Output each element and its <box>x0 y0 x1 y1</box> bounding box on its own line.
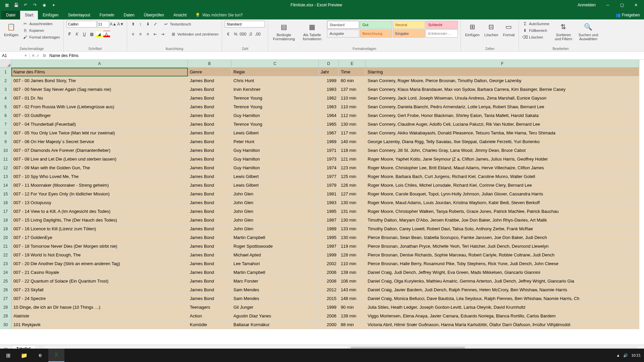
data-cell[interactable]: James Bond <box>188 155 231 164</box>
spreadsheet-grid[interactable]: ABCDEF1Name des FilmsGenreRegieJahrTimeS… <box>0 60 644 345</box>
row-header[interactable]: 10 <box>0 146 11 155</box>
data-cell[interactable]: Agustin Diaz Yanes <box>231 312 319 320</box>
delete-cells-button[interactable]: ⊟Löschen <box>483 21 500 38</box>
style-ausgabe[interactable]: Ausgabe <box>327 29 359 38</box>
data-cell[interactable]: Sam Mendes <box>231 286 319 294</box>
data-cell[interactable]: Daniel Craig, Olga Kurylenko, Mathieu Am… <box>366 277 639 286</box>
data-cell[interactable]: 2000 <box>319 320 339 329</box>
increase-font-icon[interactable]: A▲ <box>110 21 117 27</box>
data-cell[interactable]: 110 min <box>339 259 366 268</box>
data-cell[interactable]: James Bond <box>188 137 231 146</box>
data-cell[interactable]: 110 min <box>339 94 366 103</box>
data-cell[interactable]: Terence Young <box>231 120 319 129</box>
data-cell[interactable]: Michael Apted <box>231 251 319 259</box>
conditional-formatting-button[interactable]: ▤Bedingte Formatierung <box>271 21 297 42</box>
row-header[interactable]: 28 <box>0 303 11 312</box>
row-header[interactable]: 3 <box>0 85 11 94</box>
data-cell[interactable]: Julia Stiles, Heath Ledger, Joseph Gordo… <box>366 303 639 312</box>
data-cell[interactable]: 007 - 15 Living Daylights, The (Der Hauc… <box>11 216 188 225</box>
data-cell[interactable]: 90 min <box>339 303 366 312</box>
data-cell[interactable]: Roger Moore, Yaphet Kotto, Jane Seymour … <box>366 155 639 164</box>
data-cell[interactable]: 1965 <box>319 120 339 129</box>
data-cell[interactable]: James Bond <box>188 225 231 233</box>
row-header[interactable]: 24 <box>0 268 11 277</box>
font-size-select[interactable] <box>97 21 109 27</box>
data-cell[interactable]: John Glen <box>231 225 319 233</box>
italic-button[interactable]: K <box>74 31 80 38</box>
align-left-icon[interactable]: ≡ <box>130 31 137 38</box>
align-center-icon[interactable]: ≡ <box>137 31 144 38</box>
data-cell[interactable]: 007 - 16 Licence to Kill (Lizenz zum Töt… <box>11 225 188 233</box>
cell-styles-gallery[interactable]: Standard Gut Neutral Schlecht Ausgabe Be… <box>327 21 458 38</box>
data-cell[interactable]: Sean Connery, Roger Moore, Pierce Brosna… <box>366 76 639 85</box>
data-cell[interactable]: James Bond <box>188 294 231 303</box>
data-cell[interactable]: 007 - 21 Casino Royale <box>11 268 188 277</box>
save-icon[interactable]: 💾 <box>12 1 20 9</box>
data-cell[interactable]: James Bond <box>188 268 231 277</box>
data-cell[interactable]: Martin Campbell <box>231 268 319 277</box>
data-cell[interactable]: Pierce Brosnan, Jonathan Pryce, Michelle… <box>366 242 639 251</box>
data-cell[interactable]: James Bond <box>188 233 231 242</box>
data-cell[interactable]: 007 - 17 GoldenEye <box>11 233 188 242</box>
find-select-button[interactable]: 🔍Suchen und Auswählen <box>577 21 600 42</box>
data-cell[interactable]: 1977 <box>319 172 339 181</box>
data-cell[interactable]: Roger Moore, Maud Adams, Louis Jourdan, … <box>366 198 639 207</box>
data-cell[interactable]: James Bond <box>188 94 231 103</box>
data-cell[interactable]: Baltasar Kormákur <box>231 320 319 329</box>
data-cell[interactable]: 007 - 09 Man with the Golden Gun, The <box>11 164 188 172</box>
row-header[interactable]: 5 <box>0 103 11 111</box>
data-cell[interactable]: 139 min <box>339 268 366 277</box>
column-header[interactable]: B <box>188 60 231 68</box>
data-cell[interactable]: George Lazenby, Diana Rigg, Telly Savala… <box>366 137 639 146</box>
maximize-button[interactable]: ▢ <box>615 0 629 10</box>
data-cell[interactable]: 007 - 10 Spy Who Loved Me, The <box>11 172 188 181</box>
tab-view[interactable]: Ansicht <box>169 11 191 19</box>
data-cell[interactable]: 1971 <box>319 146 339 155</box>
data-cell[interactable]: 139 min <box>339 312 366 320</box>
data-cell[interactable]: 1999 <box>319 76 339 85</box>
tab-review[interactable]: Überprüfen <box>139 11 169 19</box>
data-cell[interactable]: 131 min <box>339 207 366 216</box>
style-erklar[interactable]: Erklärender … <box>426 29 458 38</box>
data-cell[interactable]: Sean Connery, Jack Lord, Joseph Wiseman,… <box>366 94 639 103</box>
data-cell[interactable]: Peter Hunt <box>231 137 319 146</box>
style-standard[interactable]: Standard <box>327 21 359 29</box>
close-button[interactable]: ✕ <box>629 0 643 10</box>
merge-button[interactable]: ⊞Verbinden und zentrieren <box>170 31 219 37</box>
data-cell[interactable]: Roger Moore, Carole Bouquet, Topol, Lynn… <box>366 190 639 198</box>
data-cell[interactable]: 2002 <box>319 259 339 268</box>
tell-me-search[interactable]: 💡 Was möchten Sie tun? <box>191 11 247 19</box>
data-cell[interactable]: 1997 <box>319 242 339 251</box>
row-header[interactable]: 6 <box>0 111 11 120</box>
data-cell[interactable]: 007 - 14 View to a Kill, A (Im Angesicht… <box>11 207 188 216</box>
task-explorer-icon[interactable]: 📁 <box>16 349 32 362</box>
data-cell[interactable]: John Glen <box>231 216 319 225</box>
data-cell[interactable]: Timothy Dalton, Maryam D'Abo, Jeroen Kra… <box>366 216 639 225</box>
row-header[interactable]: 4 <box>0 94 11 103</box>
indent-dec-icon[interactable]: ⇤ <box>152 31 159 38</box>
row-header[interactable]: 9 <box>0 137 11 146</box>
row-header[interactable]: 17 <box>0 207 11 216</box>
data-cell[interactable]: Roger Moore, Christopher Walken, Tanya R… <box>366 207 639 216</box>
data-cell[interactable]: 007 - 24 Spectre <box>11 294 188 303</box>
data-cell[interactable]: 007 - 22 Quantum of Solace (Ein Quantum … <box>11 277 188 286</box>
tray-clock[interactable]: 10:21 <box>631 353 641 357</box>
data-cell[interactable]: 101 Reykjavik <box>11 320 188 329</box>
data-cell[interactable]: Roger Moore, Barbara Bach, Curt Jurgens,… <box>366 172 639 181</box>
header-cell[interactable]: Starring <box>366 68 639 76</box>
data-cell[interactable]: James Bond <box>188 207 231 216</box>
minimize-button[interactable]: ─ <box>601 0 614 10</box>
sort-filter-button[interactable]: ⇅Sortieren und Filtern <box>552 21 575 42</box>
data-cell[interactable]: Roger Moore, Christopher Lee, Britt Ekla… <box>366 164 639 172</box>
currency-icon[interactable]: € <box>225 31 231 38</box>
name-box[interactable]: A1 ▼ <box>0 53 30 58</box>
data-cell[interactable]: Timothy Dalton, Carey Lowell, Robert Dav… <box>366 225 639 233</box>
data-cell[interactable]: 2012 <box>319 286 339 294</box>
data-cell[interactable]: Daniel Craig, Monica Bellucci, Dave Baut… <box>366 294 639 303</box>
data-cell[interactable]: Komödie <box>188 320 231 329</box>
data-cell[interactable]: Lee Tamahori <box>231 259 319 268</box>
data-cell[interactable]: 1995 <box>319 233 339 242</box>
data-cell[interactable]: James Bond <box>188 146 231 155</box>
task-edge-icon[interactable]: e <box>32 349 48 362</box>
data-cell[interactable]: 118 min <box>339 146 366 155</box>
